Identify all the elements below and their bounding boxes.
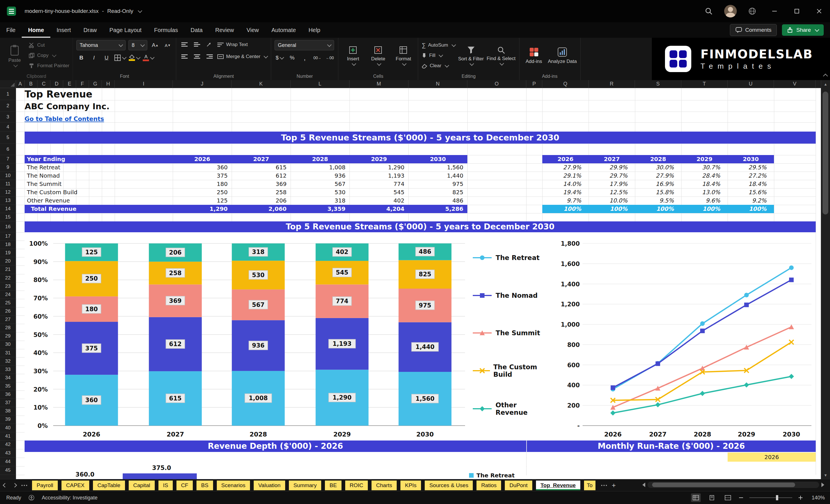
add-sheet-button[interactable]: + bbox=[609, 480, 619, 490]
sheet-list-icon[interactable] bbox=[20, 480, 29, 490]
year-header[interactable]: 2029 bbox=[350, 155, 408, 163]
row-header[interactable]: 5 bbox=[0, 132, 16, 144]
row-header[interactable]: 1 bbox=[0, 88, 16, 100]
row-header[interactable]: 10 bbox=[0, 171, 16, 180]
ribbon-tab-help[interactable]: Help bbox=[302, 22, 327, 38]
column-header[interactable]: T bbox=[681, 80, 728, 88]
total-value-cell[interactable]: 2,060 bbox=[232, 205, 291, 213]
total-label-cell[interactable]: Total Revenue bbox=[25, 205, 173, 213]
column-header[interactable]: M bbox=[350, 80, 408, 88]
row-header[interactable]: 25 bbox=[0, 299, 16, 307]
zoom-slider-thumb[interactable] bbox=[776, 495, 778, 500]
horizontal-scroll-thumb[interactable] bbox=[652, 482, 795, 487]
pct-cell[interactable]: 15.8% bbox=[635, 188, 681, 196]
column-header[interactable]: V bbox=[774, 80, 816, 88]
row-header[interactable]: 23 bbox=[0, 282, 16, 291]
font-color-button[interactable]: A bbox=[143, 53, 154, 62]
sheet-nav-right-icon[interactable] bbox=[10, 480, 20, 490]
decrease-decimal-button[interactable]: ←00 bbox=[325, 53, 334, 62]
sheet-tab-bs[interactable]: BS bbox=[196, 480, 213, 490]
sheet-tab-kpis[interactable]: KPIs bbox=[401, 480, 421, 490]
stream-name-cell[interactable]: The Nomad bbox=[25, 171, 173, 180]
pct-cell[interactable]: 29.9% bbox=[588, 163, 635, 171]
column-header[interactable]: F bbox=[76, 80, 89, 88]
font-size-select[interactable]: 8 bbox=[128, 40, 147, 50]
sheet-tab-scenarios[interactable]: Scenarios bbox=[217, 480, 250, 490]
row-header[interactable]: 15 bbox=[0, 213, 16, 221]
pct-cell[interactable]: 29.5% bbox=[728, 163, 774, 171]
scroll-right-icon[interactable] bbox=[822, 482, 824, 487]
year-header[interactable]: 2026 bbox=[542, 155, 588, 163]
number-format-select[interactable]: General bbox=[275, 40, 334, 50]
font-name-select[interactable]: Tahoma bbox=[76, 40, 126, 50]
pct-cell[interactable]: 29.1% bbox=[542, 171, 588, 180]
sheet-tab-summary[interactable]: Summary bbox=[289, 480, 321, 490]
pct-cell[interactable]: 9.5% bbox=[635, 196, 681, 205]
row-header[interactable]: 19 bbox=[0, 249, 16, 257]
row-header[interactable]: 36 bbox=[0, 390, 16, 399]
increase-decimal-button[interactable]: 00→ bbox=[312, 53, 322, 62]
find-select-button[interactable]: Find & Select bbox=[486, 40, 515, 71]
row-header[interactable]: 39 bbox=[0, 415, 16, 423]
value-cell[interactable]: 1,008 bbox=[291, 163, 350, 171]
row-header[interactable]: 41 bbox=[0, 432, 16, 441]
column-header[interactable]: N bbox=[408, 80, 467, 88]
underline-button[interactable]: U bbox=[101, 53, 111, 62]
ribbon-tab-data[interactable]: Data bbox=[184, 22, 209, 38]
year-header[interactable]: 2027 bbox=[232, 155, 291, 163]
value-cell[interactable]: 486 bbox=[408, 196, 467, 205]
pct-cell[interactable]: 30.0% bbox=[635, 163, 681, 171]
sheet-nav-left-icon[interactable] bbox=[0, 480, 10, 490]
row-header[interactable]: 33 bbox=[0, 366, 16, 374]
pct-cell[interactable]: 9.7% bbox=[542, 196, 588, 205]
value-cell[interactable]: 402 bbox=[350, 196, 408, 205]
more-sheets-icon[interactable] bbox=[599, 480, 609, 490]
sheet-tab-valuation[interactable]: Valuation bbox=[254, 480, 285, 490]
row-header[interactable]: 3 bbox=[0, 112, 16, 122]
row-header[interactable]: 2 bbox=[0, 100, 16, 112]
paste-button[interactable]: Paste bbox=[3, 40, 26, 71]
value-cell[interactable]: 360 bbox=[173, 163, 232, 171]
pct-cell[interactable]: 10.0% bbox=[588, 196, 635, 205]
comments-button[interactable]: Comments bbox=[730, 24, 777, 36]
year-header[interactable]: 2027 bbox=[588, 155, 635, 163]
spreadsheet-cells[interactable]: Top Revenue ABC Company Inc. Go to Table… bbox=[16, 88, 821, 479]
ribbon-tab-page-layout[interactable]: Page Layout bbox=[103, 22, 148, 38]
stream-name-cell[interactable]: The Retreat bbox=[25, 163, 173, 171]
ribbon-tab-home[interactable]: Home bbox=[22, 22, 50, 38]
row-header[interactable]: 24 bbox=[0, 291, 16, 299]
shrink-font-button[interactable]: A▼ bbox=[163, 41, 172, 50]
row-header[interactable]: 38 bbox=[0, 407, 16, 415]
align-right-button[interactable] bbox=[205, 52, 215, 61]
value-cell[interactable]: 180 bbox=[173, 180, 232, 188]
cut-button[interactable]: Cut bbox=[29, 41, 69, 49]
sheet-tab-top-revenue[interactable]: Top_Revenue bbox=[536, 480, 580, 490]
column-header[interactable]: C bbox=[37, 80, 50, 88]
comma-format-button[interactable]: , bbox=[300, 53, 310, 62]
value-cell[interactable]: 825 bbox=[408, 188, 467, 196]
ribbon-tab-insert[interactable]: Insert bbox=[50, 22, 77, 38]
row-header[interactable]: 6 bbox=[0, 144, 16, 155]
sheet-tab-sources-uses[interactable]: Sources & Uses bbox=[425, 480, 473, 490]
column-header[interactable]: J bbox=[173, 80, 232, 88]
fill-button[interactable]: Fill bbox=[422, 52, 455, 60]
clear-button[interactable]: Clear bbox=[422, 62, 455, 70]
collapse-ribbon-button[interactable] bbox=[824, 74, 827, 79]
format-cells-button[interactable]: Format bbox=[392, 40, 414, 71]
row-header[interactable]: 20 bbox=[0, 257, 16, 265]
align-middle-button[interactable] bbox=[192, 40, 202, 49]
sheet-tab-dupont[interactable]: DuPont bbox=[505, 480, 532, 490]
readonly-badge[interactable]: Read-Only bbox=[107, 8, 133, 14]
ribbon-tab-view[interactable]: View bbox=[240, 22, 265, 38]
total-value-cell[interactable]: 1,290 bbox=[173, 205, 232, 213]
align-top-button[interactable] bbox=[180, 40, 189, 49]
grow-font-button[interactable]: A▲ bbox=[150, 41, 160, 50]
sheet-tab-capex[interactable]: CAPEX bbox=[62, 480, 89, 490]
wrap-text-button[interactable]: Wrap Text bbox=[217, 41, 248, 49]
year-header[interactable]: 2029 bbox=[681, 155, 728, 163]
value-cell[interactable]: 567 bbox=[291, 180, 350, 188]
globe-icon[interactable] bbox=[745, 4, 759, 18]
row-header[interactable]: 9 bbox=[0, 163, 16, 171]
search-icon[interactable] bbox=[702, 4, 715, 18]
column-header[interactable]: B bbox=[25, 80, 37, 88]
